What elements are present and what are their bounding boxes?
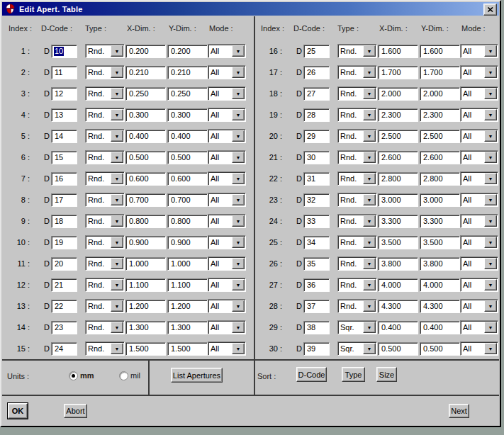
mode-select[interactable]: All▼ <box>208 320 246 334</box>
type-select[interactable]: Rnd.▼ <box>337 193 377 207</box>
ok-button[interactable]: OK <box>8 403 28 419</box>
ydim-input[interactable]: 0.600 <box>167 172 208 186</box>
chevron-down-icon[interactable]: ▼ <box>484 237 497 248</box>
type-select[interactable]: Sqr.▼ <box>337 320 377 334</box>
type-select[interactable]: Rnd.▼ <box>337 171 377 186</box>
dcode-input[interactable]: 30 <box>303 151 330 164</box>
type-select[interactable]: Rnd.▼ <box>85 86 125 101</box>
xdim-input[interactable]: 0.300 <box>125 108 166 122</box>
xdim-input[interactable]: 1.700 <box>378 66 418 79</box>
titlebar[interactable]: Edit Apert. Table <box>2 2 499 16</box>
type-select[interactable]: Rnd.▼ <box>337 86 377 101</box>
xdim-input[interactable]: 0.500 <box>125 151 166 164</box>
dcode-input[interactable]: 26 <box>303 66 330 79</box>
chevron-down-icon[interactable]: ▼ <box>232 88 245 99</box>
chevron-down-icon[interactable]: ▼ <box>111 152 123 163</box>
dcode-input[interactable]: 21 <box>51 278 77 292</box>
list-apertures-button[interactable]: List Apertures <box>171 368 223 383</box>
xdim-input[interactable]: 3.300 <box>378 215 418 228</box>
chevron-down-icon[interactable]: ▼ <box>484 194 497 205</box>
dcode-input[interactable]: 16 <box>51 172 77 186</box>
dcode-input[interactable]: 25 <box>303 45 330 58</box>
chevron-down-icon[interactable]: ▼ <box>363 88 376 99</box>
ydim-input[interactable]: 0.200 <box>167 45 208 58</box>
chevron-down-icon[interactable]: ▼ <box>363 130 376 142</box>
ydim-input[interactable]: 0.400 <box>167 130 208 143</box>
chevron-down-icon[interactable]: ▼ <box>484 130 497 142</box>
chevron-down-icon[interactable]: ▼ <box>484 109 497 120</box>
units-mm-label[interactable]: mm <box>80 371 94 380</box>
ydim-input[interactable]: 0.400 <box>420 321 460 334</box>
mode-select[interactable]: All▼ <box>460 86 498 101</box>
ydim-input[interactable]: 3.500 <box>420 236 460 249</box>
mode-select[interactable]: All▼ <box>208 65 246 79</box>
dcode-input[interactable]: 27 <box>303 87 330 101</box>
chevron-down-icon[interactable]: ▼ <box>484 258 497 269</box>
type-select[interactable]: Rnd.▼ <box>85 235 125 249</box>
chevron-down-icon[interactable]: ▼ <box>363 45 376 57</box>
ydim-input[interactable]: 0.300 <box>167 108 208 122</box>
mode-select[interactable]: All▼ <box>208 193 246 207</box>
mode-select[interactable]: All▼ <box>460 299 498 313</box>
ydim-input[interactable]: 0.500 <box>167 151 208 164</box>
ydim-input[interactable]: 0.250 <box>167 87 208 101</box>
dcode-input[interactable]: 13 <box>51 108 77 122</box>
type-select[interactable]: Rnd.▼ <box>85 320 125 334</box>
xdim-input[interactable]: 1.100 <box>125 278 166 292</box>
chevron-down-icon[interactable]: ▼ <box>484 215 497 227</box>
chevron-down-icon[interactable]: ▼ <box>363 237 376 248</box>
chevron-down-icon[interactable]: ▼ <box>484 152 497 163</box>
chevron-down-icon[interactable]: ▼ <box>363 152 376 163</box>
chevron-down-icon[interactable]: ▼ <box>363 343 376 354</box>
xdim-input[interactable]: 0.600 <box>125 172 166 186</box>
mode-select[interactable]: All▼ <box>208 44 246 58</box>
chevron-down-icon[interactable]: ▼ <box>484 300 497 312</box>
type-select[interactable]: Rnd.▼ <box>85 171 125 186</box>
dcode-input[interactable]: 24 <box>51 342 77 356</box>
mode-select[interactable]: All▼ <box>460 341 498 356</box>
chevron-down-icon[interactable]: ▼ <box>363 194 376 205</box>
type-select[interactable]: Rnd.▼ <box>337 235 377 249</box>
type-select[interactable]: Rnd.▼ <box>85 256 125 271</box>
chevron-down-icon[interactable]: ▼ <box>111 88 123 99</box>
mode-select[interactable]: All▼ <box>460 214 498 228</box>
xdim-input[interactable]: 0.700 <box>125 193 166 207</box>
ydim-input[interactable]: 0.210 <box>167 66 208 79</box>
chevron-down-icon[interactable]: ▼ <box>232 322 245 333</box>
xdim-input[interactable]: 0.250 <box>125 87 166 101</box>
chevron-down-icon[interactable]: ▼ <box>484 279 497 290</box>
xdim-input[interactable]: 1.600 <box>378 45 418 58</box>
type-select[interactable]: Rnd.▼ <box>337 44 377 58</box>
mode-select[interactable]: All▼ <box>460 150 498 164</box>
type-select[interactable]: Rnd.▼ <box>85 299 125 313</box>
dcode-input[interactable]: 23 <box>51 321 77 334</box>
mode-select[interactable]: All▼ <box>460 256 498 271</box>
chevron-down-icon[interactable]: ▼ <box>111 343 123 354</box>
dcode-input[interactable]: 15 <box>51 151 77 164</box>
dcode-input[interactable]: 12 <box>51 87 77 101</box>
dcode-input[interactable]: 19 <box>51 236 77 249</box>
chevron-down-icon[interactable]: ▼ <box>363 173 376 184</box>
chevron-down-icon[interactable]: ▼ <box>232 45 245 57</box>
dcode-input[interactable]: 31 <box>303 172 330 186</box>
dcode-input[interactable]: 20 <box>51 257 77 271</box>
xdim-input[interactable]: 0.500 <box>378 342 418 356</box>
chevron-down-icon[interactable]: ▼ <box>363 279 376 290</box>
mode-select[interactable]: All▼ <box>460 193 498 207</box>
dcode-input[interactable]: 34 <box>303 236 330 249</box>
chevron-down-icon[interactable]: ▼ <box>232 343 245 354</box>
mode-select[interactable]: All▼ <box>460 320 498 334</box>
chevron-down-icon[interactable]: ▼ <box>111 258 123 269</box>
dcode-input[interactable]: 35 <box>303 257 330 271</box>
chevron-down-icon[interactable]: ▼ <box>232 237 245 248</box>
ydim-input[interactable]: 2.500 <box>420 130 460 143</box>
chevron-down-icon[interactable]: ▼ <box>232 258 245 269</box>
ydim-input[interactable]: 3.000 <box>420 193 460 207</box>
mode-select[interactable]: All▼ <box>208 150 246 164</box>
type-select[interactable]: Rnd.▼ <box>337 256 377 271</box>
type-select[interactable]: Rnd.▼ <box>85 278 125 292</box>
xdim-input[interactable]: 2.000 <box>378 87 418 101</box>
chevron-down-icon[interactable]: ▼ <box>232 152 245 163</box>
xdim-input[interactable]: 0.800 <box>125 215 166 228</box>
chevron-down-icon[interactable]: ▼ <box>232 215 245 227</box>
